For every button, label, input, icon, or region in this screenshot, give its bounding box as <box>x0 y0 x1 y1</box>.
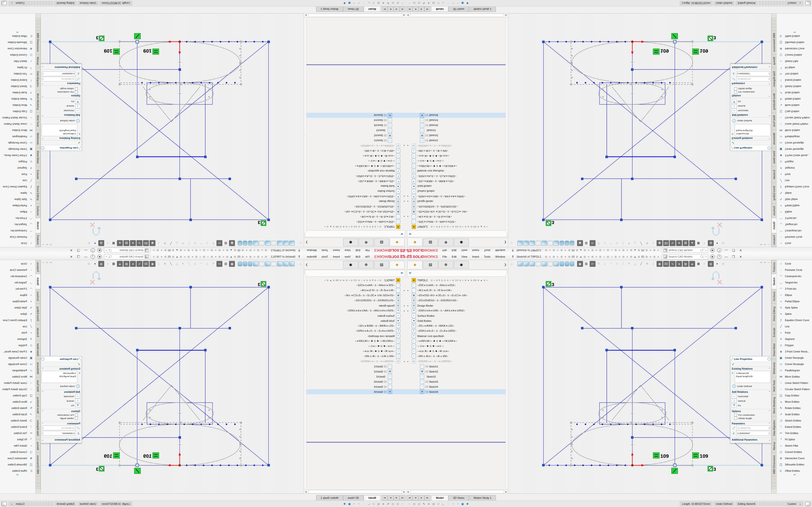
sketch-tool-item[interactable]: ◫ Copy Entities <box>777 108 812 115</box>
search-box[interactable]: Search CAD Models ▾ <box>662 254 708 259</box>
sketch-tool-item[interactable]: ◻ Convert Entities <box>777 52 812 58</box>
sketch-tool-item[interactable]: ◠ 3 Point Arc <box>777 286 812 292</box>
status-icon[interactable]: ⇄ <box>372 502 375 506</box>
search-dropdown-icon[interactable]: ▾ <box>104 255 108 259</box>
more-tools-chevron-icon[interactable]: ∨∨ <box>777 32 812 33</box>
tab-propertymanager[interactable]: ▤ <box>374 238 389 246</box>
sketch-tool-item[interactable]: ∿ Style Spline <box>0 196 35 203</box>
tree-filter-box[interactable] <box>305 230 405 237</box>
sketch-tool-icon[interactable]: ◉ <box>150 240 155 246</box>
collapse-icon[interactable]: ⌃ <box>768 137 770 139</box>
command-tab[interactable]: Sketch <box>35 274 41 289</box>
sketch-tool-item[interactable]: ▭ Corner Rectangle <box>0 361 35 367</box>
tab-nav-icon[interactable]: ▶ <box>418 495 424 501</box>
toolbar-icon[interactable]: ⊙ <box>164 256 167 258</box>
search-icon[interactable] <box>108 249 112 252</box>
graphics-area[interactable]: ▷ ▣▨↩✎⊥◠◇╱✕△╱⊕⊥◉3D∿●▤▲▦◐◍●◎ ▭▭— ⮌ ✕ <box>508 13 771 247</box>
tree-row[interactable]: ▦ (-) Sketch2 <box>304 369 406 374</box>
view-cube-icon[interactable] <box>536 241 541 245</box>
add-relation-button[interactable]: — Horizontal <box>42 109 80 113</box>
tree-row[interactable]: ▸ ▤ Design Binder <box>304 303 406 308</box>
sketch-tool-item[interactable]: ∴ Circular Sketch Pattern <box>777 386 812 392</box>
angle-field[interactable]: 0.00000000° ▴▾ <box>737 431 770 436</box>
sketch-tool-item[interactable]: ▭ Corner Rectangle <box>777 361 812 367</box>
toolbar-icon[interactable]: ≈ <box>221 256 225 258</box>
toolbar-icon[interactable]: ≈ <box>587 256 591 258</box>
toolbar-icon[interactable]: ⊙ <box>598 256 602 258</box>
relations-listbox[interactable]: Collinear108Equal length109 <box>42 124 77 136</box>
tree-filter-box[interactable] <box>305 270 405 277</box>
sketch-tool-item[interactable]: ◈ 3 Point Center Recta... <box>777 152 812 159</box>
sketch-tool-icon[interactable]: △ <box>632 241 638 246</box>
toolbar-icon[interactable]: ⊙ <box>629 256 633 258</box>
sketch-tool-icon[interactable]: ▦ <box>111 261 116 266</box>
toolbar-icon[interactable]: ⊙ <box>637 249 641 252</box>
status-icon[interactable]: ▤ <box>396 2 400 5</box>
help-icon[interactable]: ? <box>717 255 721 259</box>
command-tab[interactable]: Mold Tools <box>771 377 777 394</box>
command-tab[interactable]: Mesh Modeling <box>35 91 41 113</box>
scroll-left-icon[interactable]: ◀ <box>402 491 406 493</box>
view-cube-icon[interactable] <box>243 262 247 266</box>
toolbar-icon[interactable]: ≈ <box>152 249 156 252</box>
sketch-tool-icon[interactable]: ◐ <box>702 261 707 266</box>
sketch-tool-item[interactable]: ╰ Fit Spline <box>0 64 35 71</box>
toolbar-icon[interactable]: ⊙ <box>653 256 656 258</box>
sketch-tool-item[interactable]: ◌ Perimeter Circle <box>0 234 35 240</box>
add-relation-button[interactable]: | Vertical <box>732 399 770 403</box>
add-relation-button[interactable]: | Vertical <box>732 104 770 108</box>
menu-item[interactable]: Insert <box>470 255 481 259</box>
exit-sketch-icon[interactable]: ⮌ <box>711 225 720 241</box>
sketch-tool-icon[interactable]: ▤ <box>123 240 129 246</box>
sketch-tool-icon[interactable]: ◉ <box>657 240 662 246</box>
sketch-tool-item[interactable]: ↻ Rotate Entities <box>777 96 812 102</box>
tree-row[interactable]: ▸ A ○Ƨ5И⊙∗A∗⊙ИA○ ⊙ ○AИ⊙∗A∗⊙И5Ƨ○ <box>406 194 508 199</box>
tree-row[interactable]: ✎ ○Ƨ5∪∗ЖAM○ ⊙ ○MAЖ∗∪5Ƨ○ <box>304 323 406 328</box>
sketch-tool-icon[interactable]: ▣ <box>229 240 235 246</box>
toolbar-icon[interactable]: ⊙ <box>218 256 221 258</box>
view-cube-icon[interactable] <box>271 262 276 266</box>
tab-nav-icon[interactable]: |◀ <box>406 6 412 12</box>
relation-item[interactable]: Equal length109 <box>736 375 769 378</box>
toolbar-icon[interactable]: ▲ <box>230 256 233 258</box>
status-icon[interactable]: ▦ <box>432 2 436 5</box>
tab-nav-icon[interactable]: ◀ <box>412 495 418 501</box>
option-checkbox-row[interactable]: Infinite length <box>42 417 78 419</box>
view-cube-icon[interactable] <box>529 262 535 266</box>
sketch-tool-icon[interactable]: ◍ <box>708 261 714 267</box>
sketch-tool-icon[interactable]: ✕ <box>180 241 186 246</box>
unit-system-dropdown[interactable]: Custom ▴ <box>785 502 803 506</box>
sketch-tool-item[interactable]: ↻ Rotate Entities <box>777 405 812 411</box>
command-tab[interactable]: Features <box>771 260 777 274</box>
tree-row[interactable]: ▱ ○◦⊙∗○ ✱ ⊙ ✱ ○∗⊙◦○ <box>406 158 508 163</box>
sketch-tool-icon[interactable]: ▨ <box>223 261 229 266</box>
tree-row[interactable]: ▱ ○◦⊙∗○ ✱ ⊙ ✱ ○∗⊙◦○ <box>304 158 406 163</box>
sketch-tool-item[interactable]: ↗ Scale Entities <box>0 90 35 96</box>
add-relation-button[interactable]: Ψ Fix <box>732 403 770 407</box>
prev-view-icon[interactable]: ▷ <box>298 240 303 246</box>
command-tab[interactable]: Evaluate <box>771 167 777 183</box>
toolbar-icon[interactable]: + <box>160 249 163 252</box>
sketch-tool-item[interactable]: ╱ Line <box>777 177 812 184</box>
search-box[interactable]: Search CAD Models ▾ <box>662 248 708 253</box>
toolbar-icon[interactable]: Ƨ5 <box>571 249 575 252</box>
view-cube-icon[interactable] <box>277 262 283 266</box>
tab-propertymanager[interactable]: ▤ <box>374 261 389 269</box>
length-field[interactable]: 10.88152731 ▴▾ <box>42 77 75 81</box>
sketch-tool-icon[interactable]: ▲ <box>689 261 695 267</box>
sketch-tool-icon[interactable]: ✕ <box>626 241 632 246</box>
help-icon[interactable]: ? <box>91 248 95 252</box>
toolbar-icon[interactable]: + <box>191 249 194 252</box>
sketch-tool-item[interactable]: ⊗ Intersection Curve <box>0 46 35 52</box>
tree-row[interactable]: ☆ ○Ƨ5Ɛ∗⊙ʌAΦ○ ⊙ ○ΦAʌ⊙∗Ɛ5Ƨ○ <box>406 283 508 288</box>
expand-arrow-icon[interactable]: ▸ <box>403 289 405 292</box>
toolbar-icon[interactable]: ≈ <box>656 256 660 258</box>
toolbar-icon[interactable]: ⊙ <box>187 256 191 258</box>
option-checkbox-row[interactable]: For construction <box>734 413 770 416</box>
toolbar-icon[interactable]: ⊙ <box>583 256 587 258</box>
toolbar-icon[interactable]: ⊙ <box>210 249 214 252</box>
option-checkbox-row[interactable]: Infinite length <box>42 88 78 90</box>
relation-item[interactable]: Collinear108 <box>736 132 769 135</box>
command-tab[interactable]: Mold Tools <box>35 377 41 394</box>
toolbar-icon[interactable]: ⊙ <box>187 249 191 252</box>
